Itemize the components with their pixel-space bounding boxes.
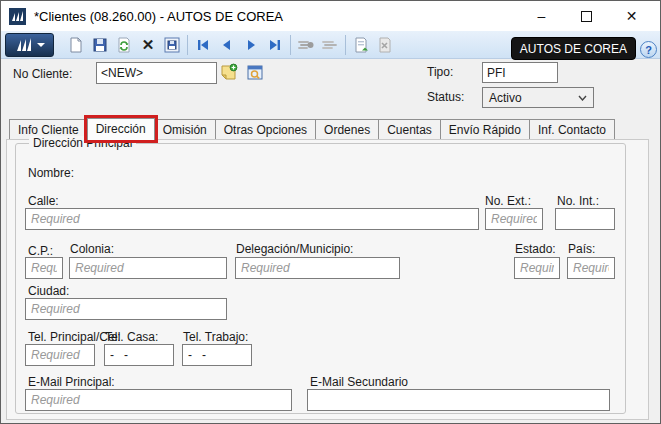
tel-trabajo-label: Tel. Trabajo: (183, 330, 248, 344)
no-cliente-label: No Cliente: (13, 67, 72, 81)
chevron-down-icon (37, 43, 45, 47)
tab-ordenes[interactable]: Ordenes (315, 119, 379, 140)
send-swoosh-icon (297, 38, 315, 52)
close-button[interactable]: ✕ (609, 1, 654, 31)
delegacion-input[interactable] (235, 257, 400, 279)
tab-otras-opciones[interactable]: Otras Opciones (215, 119, 316, 140)
calle-label: Calle: (28, 194, 59, 208)
toolbar-separator (290, 35, 291, 55)
toolbar-separator (187, 35, 188, 55)
ciudad-input[interactable] (25, 298, 227, 320)
new-document-icon (68, 37, 84, 53)
help-icon: ? (645, 44, 652, 56)
document-arrow-icon (353, 37, 369, 53)
export-button (373, 33, 397, 57)
chevron-down-icon (578, 95, 587, 101)
email-principal-label: E-Mail Principal: (28, 375, 115, 389)
email-secundario-input[interactable] (307, 389, 610, 411)
estado-input[interactable] (514, 257, 560, 279)
tab-omision[interactable]: Omisión (154, 119, 216, 140)
delegacion-label: Delegación/Municipio: (236, 242, 353, 256)
email-principal-input[interactable] (25, 389, 292, 411)
no-int-input[interactable] (555, 208, 615, 230)
calle-input[interactable] (25, 208, 479, 230)
status-label: Status: (427, 90, 464, 104)
colonia-label: Colonia: (70, 242, 114, 256)
new-record-button[interactable] (64, 33, 88, 57)
tel-trabajo-input[interactable] (182, 344, 252, 366)
tooltip: AUTOS DE COREA (511, 37, 636, 60)
no-cliente-input[interactable] (96, 62, 217, 84)
tel-casa-input[interactable] (104, 344, 174, 366)
first-record-icon (196, 38, 210, 52)
tab-inf-contacto[interactable]: Inf. Contacto (529, 119, 615, 140)
dynamics-logo-icon (9, 8, 26, 25)
colonia-input[interactable] (69, 257, 227, 279)
export-document-icon (377, 37, 393, 53)
save-and-close-button[interactable] (160, 33, 184, 57)
last-record-icon (268, 38, 282, 52)
app-window: *Clientes (08.260.00) - AUTOS DE COREA –… (0, 0, 661, 424)
help-button[interactable]: ? (640, 41, 657, 58)
send-button-1 (294, 33, 318, 57)
tab-envio-rapido[interactable]: Envío Rápido (440, 119, 530, 140)
lookup-icon[interactable] (246, 63, 265, 82)
titlebar: *Clientes (08.260.00) - AUTOS DE COREA –… (1, 1, 660, 31)
last-record-button[interactable] (263, 33, 287, 57)
estado-label: Estado: (515, 242, 556, 256)
app-menu-button[interactable] (5, 33, 54, 57)
next-record-button[interactable] (239, 33, 263, 57)
tab-strip: Info Cliente Dirección Omisión Otras Opc… (9, 118, 614, 140)
refresh-button[interactable] (112, 33, 136, 57)
dynamics-logo-icon (14, 37, 34, 53)
no-ext-input[interactable] (485, 208, 543, 230)
tab-direccion[interactable]: Dirección (87, 118, 155, 140)
pais-input[interactable] (567, 257, 615, 279)
tel-principal-input[interactable] (25, 344, 95, 366)
window-title: *Clientes (08.260.00) - AUTOS DE COREA (34, 9, 283, 24)
no-int-label: No. Int.: (557, 194, 599, 208)
ciudad-label: Ciudad: (28, 284, 69, 298)
minimize-button[interactable]: – (519, 1, 564, 31)
cp-label: C.P.: (28, 244, 53, 258)
tab-page-direccion: Dirección Principal Nombre: Calle: No. E… (6, 139, 649, 420)
status-dropdown[interactable]: Activo (482, 87, 594, 108)
first-record-button[interactable] (191, 33, 215, 57)
delete-x-icon: ✕ (142, 37, 155, 52)
toolbar-separator (345, 35, 346, 55)
delete-button[interactable]: ✕ (136, 33, 160, 57)
pais-label: País: (568, 242, 595, 256)
tipo-label: Tipo: (427, 65, 453, 79)
next-record-icon (244, 38, 258, 52)
save-button[interactable] (88, 33, 112, 57)
send-swoosh-icon (321, 38, 339, 52)
save-icon (92, 37, 108, 53)
tab-cuentas[interactable]: Cuentas (378, 119, 441, 140)
print-preview-button[interactable] (349, 33, 373, 57)
tooltip-text: AUTOS DE COREA (520, 42, 627, 56)
tel-casa-label: Tel. Casa: (105, 330, 158, 344)
maximize-button[interactable] (564, 1, 609, 31)
no-ext-label: No. Ext.: (485, 194, 531, 208)
save-close-icon (164, 37, 180, 53)
tipo-input[interactable] (482, 62, 558, 83)
status-value: Activo (489, 91, 522, 105)
add-note-icon[interactable] (220, 63, 239, 82)
send-button-2 (318, 33, 342, 57)
nombre-label: Nombre: (28, 166, 74, 180)
refresh-icon (116, 37, 132, 53)
maximize-icon (581, 11, 592, 22)
direccion-principal-groupbox: Dirección Principal Nombre: Calle: No. E… (15, 143, 626, 414)
cp-input[interactable] (25, 257, 63, 279)
previous-record-button[interactable] (215, 33, 239, 57)
email-secundario-label: E-Mail Secundario (310, 375, 408, 389)
previous-record-icon (220, 38, 234, 52)
